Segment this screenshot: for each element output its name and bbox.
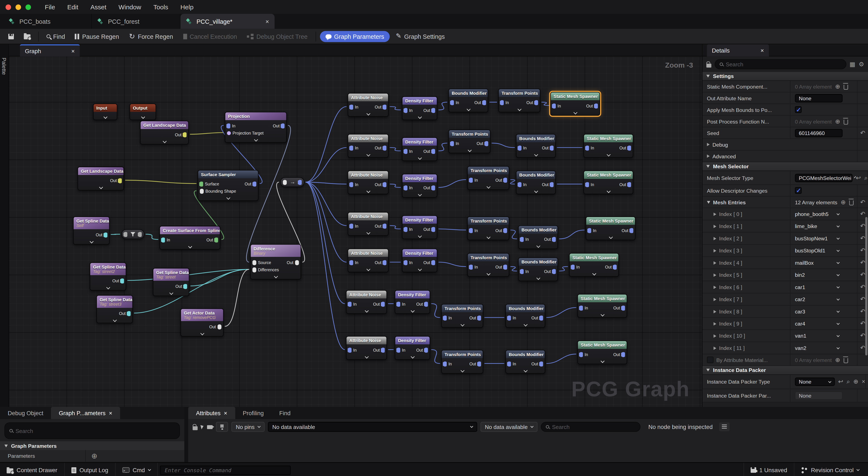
in-pin[interactable]: [350, 182, 353, 187]
details-scrollbar[interactable]: [865, 217, 867, 355]
chevron-down-icon[interactable]: [837, 346, 840, 349]
out-pin[interactable]: [540, 316, 543, 321]
in-pin[interactable]: [350, 146, 353, 151]
revert-icon[interactable]: ↶: [860, 223, 865, 229]
node-collapse-chevron-icon[interactable]: [162, 139, 166, 143]
unsaved-button[interactable]: 1 Unsaved: [743, 463, 794, 476]
node-collapse-chevron-icon[interactable]: [486, 271, 490, 275]
node-collapse-chevron-icon[interactable]: [410, 308, 414, 312]
node-collapse-chevron-icon[interactable]: [486, 184, 490, 188]
source-pin[interactable]: [252, 260, 256, 265]
graph-canvas[interactable]: Graph × Zoom -3 PCG Graph InputOutputGet…: [9, 44, 702, 407]
category-instance-data-packer[interactable]: Instance Data Packer: [703, 366, 868, 375]
transform-points-node[interactable]: Transform PointsInOut: [498, 89, 540, 112]
static-mesh-spawner-node[interactable]: Static Mesh SpawnerInOut: [583, 170, 633, 194]
chevron-down-icon[interactable]: [837, 224, 840, 227]
out-pin[interactable]: [630, 228, 633, 233]
menu-hamburger-icon[interactable]: [719, 422, 730, 431]
attributes-search-input[interactable]: Search: [541, 422, 641, 432]
revert-icon[interactable]: ↶: [860, 248, 865, 254]
checkbox[interactable]: [795, 106, 802, 113]
in-pin[interactable]: [580, 306, 583, 311]
category-mesh-selector[interactable]: Mesh Selector: [703, 162, 868, 171]
out-pin[interactable]: [628, 146, 631, 151]
in-pin[interactable]: [521, 269, 524, 274]
close-icon[interactable]: ×: [109, 410, 112, 416]
node-collapse-chevron-icon[interactable]: [418, 267, 422, 271]
transform-points-node[interactable]: Transform PointsInOut: [467, 216, 509, 240]
get-landscape-data-node[interactable]: Get Landscape DataOut: [140, 121, 189, 144]
node-collapse-chevron-icon[interactable]: [366, 152, 370, 156]
out-pin[interactable]: [622, 352, 625, 357]
out-pin[interactable]: [381, 302, 385, 307]
bounds-modifier-node[interactable]: Bounds ModifierInOut: [516, 170, 556, 194]
add-element-icon[interactable]: ⊕: [841, 199, 846, 205]
attribute-noise-node[interactable]: Attribute NoiseInOut: [347, 134, 389, 158]
in-pin[interactable]: [518, 182, 522, 187]
tab-find[interactable]: Find: [272, 407, 299, 419]
collapsed-triangle-icon[interactable]: [714, 224, 716, 228]
out-pin[interactable]: [383, 224, 386, 229]
palette-sidebar-tab[interactable]: Palette: [0, 44, 9, 407]
in-pin[interactable]: [451, 100, 454, 105]
filter-collapsed-node[interactable]: [121, 229, 145, 239]
graph-parameters-button[interactable]: Graph Parameters: [320, 31, 390, 42]
out-pin[interactable]: [383, 105, 386, 110]
in-pin[interactable]: [443, 361, 447, 367]
node-collapse-chevron-icon[interactable]: [573, 110, 577, 114]
tab-debug-object[interactable]: Debug Object: [0, 407, 51, 419]
in-pin[interactable]: [469, 265, 473, 270]
add-element-icon[interactable]: ⊕: [835, 118, 840, 124]
expanded-triangle-icon[interactable]: [706, 75, 710, 77]
density-filter-node[interactable]: Density FilterInOut: [402, 137, 437, 161]
in-pin[interactable]: [586, 182, 589, 187]
node-collapse-chevron-icon[interactable]: [366, 189, 370, 193]
node-collapse-chevron-icon[interactable]: [600, 312, 604, 316]
attribute-noise-node[interactable]: Attribute NoiseInOut: [347, 93, 389, 117]
checkbox[interactable]: [795, 187, 802, 194]
add-parameter-icon[interactable]: ⊕: [91, 452, 97, 459]
node-collapse-chevron-icon[interactable]: [460, 322, 464, 326]
details-search-input[interactable]: Search: [715, 59, 846, 69]
browse-asset-icon[interactable]: ⌕: [846, 379, 850, 385]
out-pin[interactable]: [253, 182, 256, 187]
node-collapse-chevron-icon[interactable]: [113, 318, 116, 322]
get-spline-data-node[interactable]: Get Spline DataTag: street3Out: [96, 295, 133, 323]
settings-gear-icon[interactable]: ⚙: [859, 61, 864, 67]
node-collapse-chevron-icon[interactable]: [517, 107, 521, 110]
minimize-window-icon[interactable]: [16, 4, 21, 10]
density-filter-node[interactable]: Density FilterInOut: [402, 215, 437, 239]
chevron-down-icon[interactable]: [837, 309, 840, 312]
chevron-down-icon[interactable]: [837, 273, 840, 276]
out-pin[interactable]: [478, 316, 481, 321]
graph-settings-button[interactable]: ✎Graph Settings: [392, 30, 449, 42]
in-pin[interactable]: [580, 352, 583, 357]
out-pin[interactable]: [425, 348, 428, 353]
out-pin[interactable]: [383, 182, 386, 187]
node-collapse-chevron-icon[interactable]: [418, 156, 422, 159]
in-pin[interactable]: [586, 146, 589, 151]
in-pin[interactable]: [443, 316, 447, 321]
in-pin[interactable]: [162, 237, 165, 243]
node-collapse-chevron-icon[interactable]: [366, 267, 370, 271]
console-command-input[interactable]: Enter Console Command: [160, 466, 290, 475]
pause-regen-button[interactable]: Pause Regen: [71, 30, 123, 42]
density-filter-node[interactable]: Density FilterInOut: [395, 336, 430, 360]
in-pin[interactable]: [553, 103, 556, 108]
close-window-icon[interactable]: [5, 4, 11, 10]
surface-sampler-node[interactable]: Surface SamplerSurfaceOutBounding Shape: [198, 170, 258, 201]
collapsed-triangle-icon[interactable]: [707, 143, 710, 146]
trash-icon[interactable]: [843, 119, 848, 124]
density-filter-node[interactable]: Density FilterInOut: [402, 96, 437, 120]
trash-icon[interactable]: [843, 84, 848, 89]
output-log-button[interactable]: Output Log: [64, 463, 115, 476]
chevron-down-icon[interactable]: [837, 248, 840, 252]
property-value-box[interactable]: 601146960: [795, 129, 843, 137]
expanded-triangle-icon[interactable]: [706, 165, 710, 168]
node-collapse-chevron-icon[interactable]: [534, 152, 538, 156]
chevron-down-icon[interactable]: [837, 334, 840, 337]
bounds-modifier-node[interactable]: Bounds ModifierInOut: [448, 89, 488, 112]
revert-icon[interactable]: ↶: [860, 211, 865, 217]
node-collapse-chevron-icon[interactable]: [103, 115, 107, 119]
in-pin[interactable]: [404, 227, 407, 232]
